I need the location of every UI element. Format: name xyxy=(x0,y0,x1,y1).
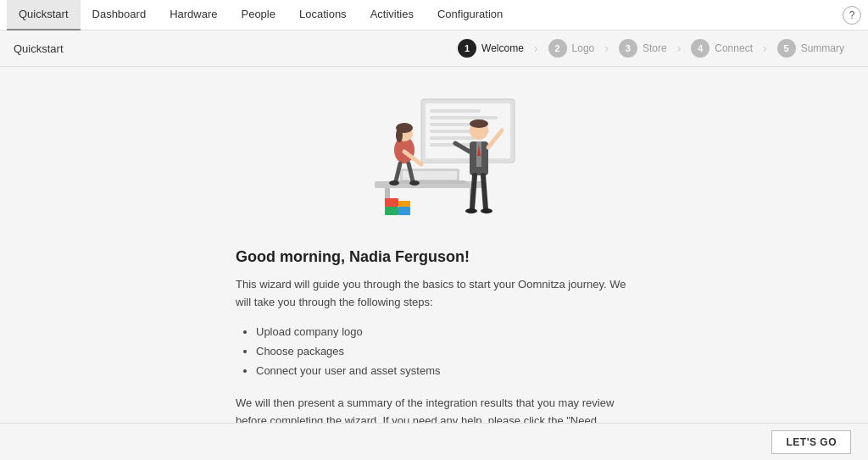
step-num-5: 5 xyxy=(777,39,796,58)
bottom-bar: LET'S GO xyxy=(0,423,868,460)
svg-line-35 xyxy=(483,175,486,209)
list-item-3: Connect your user and asset systems xyxy=(256,361,632,380)
svg-rect-6 xyxy=(430,136,476,140)
wizard-step-3[interactable]: 3 Store xyxy=(609,39,677,58)
step-label-5: Summary xyxy=(801,42,844,54)
step-num-2: 2 xyxy=(548,39,567,58)
welcome-illustration xyxy=(324,84,544,228)
steps-list: Upload company logo Choose packages Conn… xyxy=(236,322,632,381)
lets-go-button[interactable]: LET'S GO xyxy=(771,430,851,454)
svg-rect-13 xyxy=(393,180,466,184)
svg-line-19 xyxy=(396,163,400,181)
svg-point-36 xyxy=(465,208,477,213)
nav-item-hardware[interactable]: Hardware xyxy=(158,0,229,30)
breadcrumb-bar: Quickstart 1 Welcome › 2 Logo › 3 Store … xyxy=(0,30,868,67)
svg-rect-26 xyxy=(398,207,410,215)
svg-rect-4 xyxy=(430,123,472,126)
content-area: Good morning, Nadia Ferguson! This wizar… xyxy=(222,248,646,447)
svg-rect-23 xyxy=(385,198,398,207)
breadcrumb: Quickstart xyxy=(14,42,64,55)
step-label-3: Store xyxy=(643,42,667,54)
svg-point-21 xyxy=(389,180,399,186)
svg-rect-25 xyxy=(398,201,410,207)
svg-rect-2 xyxy=(430,109,481,113)
step-num-1: 1 xyxy=(458,39,476,58)
description-1: This wizard will guide you through the b… xyxy=(236,276,632,312)
wizard-step-4[interactable]: 4 Connect xyxy=(681,39,763,58)
nav-item-quickstart[interactable]: Quickstart xyxy=(7,0,81,30)
nav-item-people[interactable]: People xyxy=(229,0,287,30)
wizard-steps: 1 Welcome › 2 Logo › 3 Store › 4 Connect… xyxy=(448,39,854,58)
svg-point-37 xyxy=(481,208,492,213)
greeting-text: Good morning, Nadia Ferguson! xyxy=(236,248,632,266)
step-num-4: 4 xyxy=(691,39,709,58)
help-icon[interactable]: ? xyxy=(843,6,861,25)
step-num-3: 3 xyxy=(619,39,637,58)
nav-item-activities[interactable]: Activities xyxy=(359,0,426,30)
svg-point-31 xyxy=(470,119,488,128)
step-label-2: Logo xyxy=(572,42,595,54)
main-content: Good morning, Nadia Ferguson! This wizar… xyxy=(0,67,868,460)
nav-item-configuration[interactable]: Configuration xyxy=(426,0,515,30)
wizard-step-5[interactable]: 5 Summary xyxy=(767,39,854,58)
svg-rect-3 xyxy=(430,116,498,119)
top-navigation: Quickstart Dashboard Hardware People Loc… xyxy=(0,0,868,30)
step-label-4: Connect xyxy=(715,42,753,54)
nav-item-locations[interactable]: Locations xyxy=(287,0,359,30)
nav-item-dashboard[interactable]: Dashboard xyxy=(81,0,159,30)
list-item-1: Upload company logo xyxy=(256,322,632,341)
wizard-step-2[interactable]: 2 Logo xyxy=(538,39,605,58)
svg-rect-24 xyxy=(385,207,398,215)
wizard-step-1[interactable]: 1 Welcome xyxy=(448,39,534,58)
svg-point-17 xyxy=(396,129,403,142)
list-item-2: Choose packages xyxy=(256,341,632,361)
svg-point-22 xyxy=(409,180,420,186)
svg-line-34 xyxy=(472,175,475,209)
step-label-1: Welcome xyxy=(481,42,524,54)
